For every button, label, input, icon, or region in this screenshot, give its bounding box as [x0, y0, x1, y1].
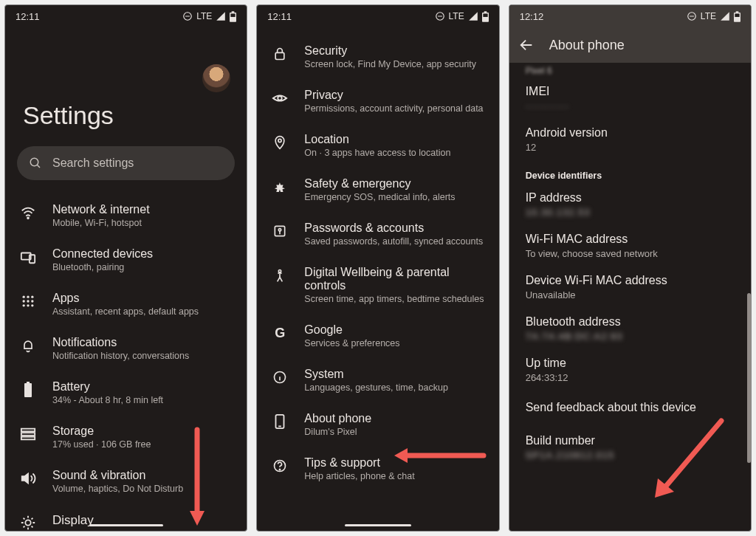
settings-item-about-phone[interactable]: About phoneDilum's Pixel [257, 402, 498, 447]
status-bar: 12:12 LTE [509, 5, 751, 27]
item-value: Unavailable [526, 289, 735, 300]
settings-item-system[interactable]: SystemLanguages, gestures, time, backup [257, 358, 498, 402]
settings-item-display[interactable]: Display [5, 504, 247, 531]
search-icon [29, 157, 42, 170]
item-sub: Saved passwords, autofill, synced accoun… [304, 236, 484, 247]
item-sub: Notification history, conversations [52, 351, 232, 361]
scrollbar[interactable] [747, 293, 751, 463]
settings-item-passwords[interactable]: Passwords & accountsSaved passwords, aut… [257, 212, 498, 256]
about-item-wifi-mac[interactable]: Wi-Fi MAC address To view, choose saved … [509, 225, 751, 267]
svg-point-18 [31, 304, 33, 306]
battery-icon [482, 11, 489, 22]
about-item-android-version[interactable]: Android version 12 [509, 119, 751, 160]
item-title: Location [304, 133, 484, 146]
settings-item-safety[interactable]: Safety & emergencyEmergency SOS, medical… [257, 168, 498, 212]
item-title: IP address [526, 191, 735, 205]
svg-rect-20 [24, 383, 32, 397]
svg-point-43 [280, 469, 281, 470]
back-button[interactable] [518, 37, 535, 53]
item-title: IMEI [526, 85, 735, 98]
about-header: About phone [509, 27, 751, 63]
status-signal-label: LTE [701, 11, 716, 21]
svg-rect-28 [484, 11, 487, 13]
volume-icon [20, 470, 36, 487]
about-item-ip[interactable]: IP address 10.30.132.53 [509, 184, 751, 225]
truncated-top: Pixel 6 [509, 66, 751, 78]
about-item-device-wifi-mac[interactable]: Device Wi-Fi MAC address Unavailable [509, 267, 751, 308]
privacy-icon [272, 90, 288, 106]
devices-icon [20, 249, 36, 265]
item-title: Digital Wellbeing & parental controls [304, 266, 484, 292]
svg-point-24 [25, 520, 30, 525]
svg-rect-2 [232, 11, 235, 13]
item-title: Up time [526, 357, 735, 370]
item-sub: Languages, gestures, time, backup [304, 382, 484, 393]
about-item-bluetooth[interactable]: Bluetooth address 7A:7A:4B:DC:A2:93 [509, 308, 751, 349]
settings-item-battery[interactable]: Battery34% - About 8 hr, 8 min left [5, 371, 247, 415]
item-sub: Screen lock, Find My Device, app securit… [304, 59, 484, 69]
item-title: Notifications [52, 336, 232, 349]
home-indicator[interactable] [89, 524, 163, 526]
settings-item-notifications[interactable]: NotificationsNotification history, conve… [5, 326, 247, 371]
settings-item-wellbeing[interactable]: Digital Wellbeing & parental controlsScr… [257, 256, 498, 314]
settings-item-connected[interactable]: Connected devicesBluetooth, pairing [5, 238, 247, 282]
signal-icon [216, 11, 226, 21]
item-sub: Assistant, recent apps, default apps [52, 306, 232, 317]
about-item-build-number[interactable]: Build number SP1A.210812.015 [509, 427, 751, 468]
svg-rect-31 [275, 52, 284, 59]
item-title: Security [304, 44, 484, 58]
settings-item-network[interactable]: Network & internetMobile, Wi-Fi, hotspot [5, 193, 247, 238]
svg-point-13 [23, 300, 25, 302]
item-title: Wi-Fi MAC address [526, 233, 735, 246]
svg-point-36 [279, 270, 281, 272]
item-value: 264:33:12 [526, 372, 735, 383]
search-input[interactable]: Search settings [17, 146, 235, 180]
item-title: Battery [52, 380, 232, 394]
item-value: ············· [526, 100, 735, 111]
item-title: Build number [526, 434, 735, 447]
svg-rect-19 [27, 382, 30, 383]
settings-item-security[interactable]: SecurityScreen lock, Find My Device, app… [257, 35, 498, 79]
status-signal-label: LTE [449, 11, 464, 21]
settings-item-privacy[interactable]: PrivacyPermissions, account activity, pe… [257, 79, 498, 123]
settings-list: Network & internetMobile, Wi-Fi, hotspot… [5, 190, 247, 531]
emergency-icon [272, 179, 288, 195]
about-item-uptime[interactable]: Up time 264:33:12 [509, 349, 751, 391]
header-title: About phone [549, 38, 625, 53]
item-sub: On · 3 apps have access to location [304, 148, 484, 158]
svg-rect-49 [735, 13, 739, 17]
about-item-imei[interactable]: IMEI ············· [509, 78, 751, 119]
settings-item-sound[interactable]: Sound & vibrationVolume, haptics, Do Not… [5, 459, 247, 504]
about-list: Pixel 6 IMEI ············· Android versi… [509, 63, 751, 531]
status-bar: 12:11 LTE [5, 5, 247, 27]
home-indicator[interactable] [345, 524, 411, 526]
item-title: Network & internet [52, 203, 232, 216]
settings-item-tips[interactable]: Tips & supportHelp articles, phone & cha… [257, 447, 498, 491]
item-value: 7A:7A:4B:DC:A2:93 [526, 331, 735, 342]
bell-icon [20, 337, 36, 354]
item-sub: Emergency SOS, medical info, alerts [304, 192, 484, 202]
settings-item-apps[interactable]: AppsAssistant, recent apps, default apps [5, 282, 247, 326]
about-item-feedback[interactable]: Send feedback about this device [509, 391, 751, 427]
item-title: Bluetooth address [526, 315, 735, 329]
settings-item-storage[interactable]: Storage17% used · 106 GB free [5, 415, 247, 459]
svg-point-7 [27, 217, 29, 219]
settings-item-google[interactable]: G GoogleServices & preferences [257, 314, 498, 358]
status-bar: 12:11 LTE [257, 5, 498, 27]
svg-rect-4 [231, 13, 236, 17]
svg-point-17 [27, 304, 29, 306]
key-icon [272, 223, 288, 239]
svg-point-35 [279, 229, 281, 231]
svg-rect-21 [21, 429, 35, 432]
status-time: 12:12 [520, 11, 544, 22]
search-placeholder: Search settings [52, 157, 134, 170]
svg-rect-23 [21, 437, 35, 440]
item-sub: 17% used · 106 GB free [52, 439, 232, 450]
svg-point-5 [30, 158, 38, 166]
svg-rect-30 [483, 13, 487, 17]
item-value: 12 [526, 142, 735, 153]
screen-settings-scrolled: 12:11 LTE SecurityScreen lock, Find My D… [256, 4, 499, 532]
item-sub: Volume, haptics, Do Not Disturb [52, 484, 232, 494]
help-icon [272, 458, 288, 474]
settings-item-location[interactable]: LocationOn · 3 apps have access to locat… [257, 123, 498, 168]
